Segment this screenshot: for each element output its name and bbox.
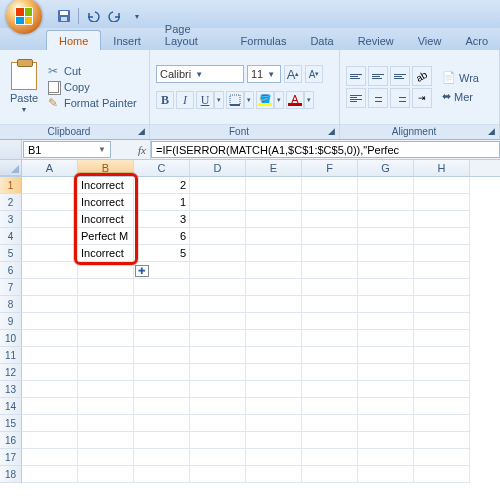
cell[interactable]	[414, 330, 470, 347]
row-header[interactable]: 1	[0, 177, 22, 194]
tab-review[interactable]: Review	[346, 31, 406, 50]
cell[interactable]	[78, 279, 134, 296]
cell[interactable]	[190, 313, 246, 330]
cell[interactable]	[22, 347, 78, 364]
cell[interactable]	[302, 347, 358, 364]
row-header[interactable]: 9	[0, 313, 22, 330]
cell[interactable]	[78, 313, 134, 330]
cell[interactable]	[414, 381, 470, 398]
cell[interactable]	[134, 432, 190, 449]
row-header[interactable]: 15	[0, 415, 22, 432]
cell[interactable]	[246, 177, 302, 194]
qat-customize-icon[interactable]: ▾	[129, 8, 145, 24]
cell[interactable]	[246, 415, 302, 432]
cell[interactable]	[414, 262, 470, 279]
cell[interactable]	[246, 381, 302, 398]
cell[interactable]	[414, 245, 470, 262]
align-right-button[interactable]	[390, 88, 410, 108]
tab-formulas[interactable]: Formulas	[229, 31, 299, 50]
cell[interactable]	[22, 194, 78, 211]
cell[interactable]	[78, 262, 134, 279]
merge-center-button[interactable]: ⬌Mer	[442, 88, 479, 105]
cell[interactable]	[22, 381, 78, 398]
tab-view[interactable]: View	[406, 31, 454, 50]
align-left-button[interactable]	[346, 88, 366, 108]
cell[interactable]	[134, 347, 190, 364]
cell[interactable]	[22, 364, 78, 381]
cell[interactable]	[358, 279, 414, 296]
cell[interactable]	[302, 245, 358, 262]
row-header[interactable]: 16	[0, 432, 22, 449]
fill-color-menu[interactable]: ▾	[274, 91, 284, 109]
cell[interactable]: 1	[134, 194, 190, 211]
align-top-button[interactable]	[346, 66, 366, 86]
cell[interactable]	[302, 381, 358, 398]
align-center-button[interactable]	[368, 88, 388, 108]
select-all-corner[interactable]	[0, 160, 22, 176]
cell[interactable]	[302, 449, 358, 466]
save-icon[interactable]	[56, 8, 72, 24]
cell[interactable]	[414, 432, 470, 449]
cell[interactable]: Incorrect	[78, 177, 134, 194]
cell[interactable]	[22, 330, 78, 347]
cell[interactable]	[246, 449, 302, 466]
cell[interactable]	[358, 398, 414, 415]
align-middle-button[interactable]	[368, 66, 388, 86]
cell[interactable]	[22, 398, 78, 415]
cell[interactable]	[22, 211, 78, 228]
cell[interactable]	[358, 364, 414, 381]
cell[interactable]	[190, 245, 246, 262]
cell[interactable]	[414, 398, 470, 415]
cell[interactable]	[246, 262, 302, 279]
cell[interactable]	[302, 211, 358, 228]
cell[interactable]	[414, 347, 470, 364]
cell[interactable]	[190, 177, 246, 194]
align-bottom-button[interactable]	[390, 66, 410, 86]
cell[interactable]	[190, 432, 246, 449]
dialog-launcher-icon[interactable]: ◢	[328, 126, 335, 136]
col-header-g[interactable]: G	[358, 160, 414, 176]
col-header-f[interactable]: F	[302, 160, 358, 176]
undo-icon[interactable]	[85, 8, 101, 24]
italic-button[interactable]: I	[176, 91, 194, 109]
cell[interactable]	[78, 330, 134, 347]
row-header[interactable]: 4	[0, 228, 22, 245]
font-color-menu[interactable]: ▾	[304, 91, 314, 109]
cell[interactable]	[190, 415, 246, 432]
cell[interactable]	[190, 296, 246, 313]
cell[interactable]	[414, 466, 470, 483]
cell[interactable]	[22, 245, 78, 262]
font-name-combo[interactable]: Calibri▼	[156, 65, 244, 83]
underline-menu[interactable]: ▾	[214, 91, 224, 109]
paste-button[interactable]: Paste ▼	[6, 53, 42, 121]
cell[interactable]	[190, 381, 246, 398]
cell[interactable]	[358, 381, 414, 398]
cell[interactable]	[358, 177, 414, 194]
cell[interactable]	[414, 194, 470, 211]
row-header[interactable]: 7	[0, 279, 22, 296]
grow-font-button[interactable]: A▴	[284, 65, 302, 83]
cell[interactable]	[358, 466, 414, 483]
cell[interactable]	[246, 279, 302, 296]
cell[interactable]	[358, 228, 414, 245]
cell[interactable]	[78, 347, 134, 364]
row-header[interactable]: 18	[0, 466, 22, 483]
cell[interactable]	[246, 330, 302, 347]
cell[interactable]	[414, 449, 470, 466]
cell[interactable]	[78, 381, 134, 398]
cell[interactable]	[358, 194, 414, 211]
row-header[interactable]: 11	[0, 347, 22, 364]
cell[interactable]	[22, 262, 78, 279]
cell[interactable]	[190, 449, 246, 466]
cell[interactable]: 6	[134, 228, 190, 245]
cell[interactable]	[134, 330, 190, 347]
cell[interactable]	[414, 313, 470, 330]
cell[interactable]	[302, 296, 358, 313]
bold-button[interactable]: B	[156, 91, 174, 109]
cell[interactable]	[414, 228, 470, 245]
tab-acrobat[interactable]: Acro	[453, 31, 500, 50]
cell[interactable]: Incorrect	[78, 245, 134, 262]
row-header[interactable]: 17	[0, 449, 22, 466]
cell[interactable]	[358, 432, 414, 449]
cell[interactable]	[190, 364, 246, 381]
